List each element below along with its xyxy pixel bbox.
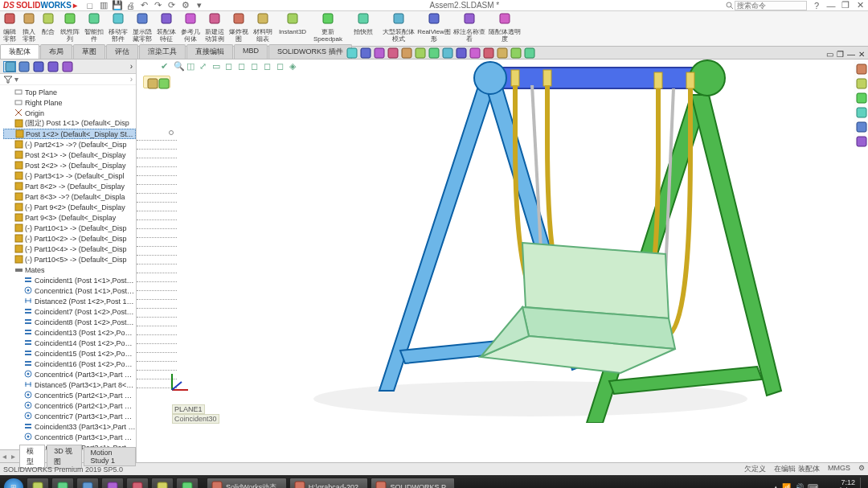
taskpane-camera-tab[interactable] bbox=[855, 135, 866, 146]
rollback-bar-handle[interactable] bbox=[169, 130, 174, 135]
tree-node[interactable]: Coincident16 (Post 1<2>,Post 2<2>) bbox=[3, 359, 136, 369]
home-icon[interactable] bbox=[158, 77, 167, 87]
tree-node[interactable]: (固定) Post 1<1> (Default<_Disp bbox=[3, 118, 136, 129]
cmd-tab-1[interactable]: 布局 bbox=[40, 44, 72, 59]
taskpane-dimxpert-tab[interactable] bbox=[855, 106, 866, 117]
help-button[interactable]: ? bbox=[812, 1, 821, 10]
tree-node[interactable]: Concentric6 (Part2<1>,Part 9<2>) bbox=[3, 400, 136, 411]
tree-node[interactable]: Coincident15 (Post 1<2>,Post 2<2>) bbox=[3, 348, 136, 359]
ribbon-instant3d-button[interactable]: Instant3D bbox=[275, 11, 310, 46]
logo-menu-icon[interactable]: ▸ bbox=[73, 1, 77, 10]
tree-node[interactable]: Top Plane bbox=[3, 87, 136, 97]
tree-node[interactable]: Part 8<3> ->? (Default<_Displa bbox=[3, 191, 136, 202]
cmd-tab-4[interactable]: 渲染工具 bbox=[139, 44, 186, 59]
show-desktop-button[interactable] bbox=[860, 478, 865, 488]
tree-node[interactable]: (-) Part10<5> -> (Default<_Disp bbox=[3, 254, 136, 265]
dim-mgr-tab[interactable] bbox=[47, 61, 59, 72]
config-mgr-tab[interactable] bbox=[32, 61, 45, 72]
tree-node[interactable]: Origin bbox=[3, 108, 136, 118]
ortho-icon[interactable]: ▭ bbox=[212, 61, 223, 72]
tray-vol-icon[interactable]: 🔊 bbox=[795, 483, 804, 488]
viewport-min-icon[interactable]: — bbox=[847, 50, 855, 59]
filter-dropdown-icon[interactable]: ▾ bbox=[14, 75, 18, 84]
open-button[interactable]: ▥ bbox=[99, 1, 108, 10]
taskpane-decal-tab[interactable] bbox=[855, 92, 866, 103]
tree-node[interactable]: Concentric4 (Part3<1>,Part 8<2>) bbox=[3, 369, 136, 379]
ribbon-smart-fastener-button[interactable]: 智能扣件 bbox=[82, 11, 106, 46]
cmd-tab-5[interactable]: 直接编辑 bbox=[186, 44, 233, 59]
ribbon-move-part-button[interactable]: 移动零部件 bbox=[106, 11, 130, 46]
back-icon[interactable]: ◻ bbox=[238, 61, 248, 72]
cmd-tab-3[interactable]: 评估 bbox=[106, 44, 138, 59]
tree-node[interactable]: Right Plane bbox=[3, 97, 136, 108]
feature-tree[interactable]: Top PlaneRight PlaneOrigin(固定) Post 1<1>… bbox=[0, 85, 136, 449]
dropdown-button[interactable]: ▾ bbox=[194, 1, 204, 10]
options-button[interactable]: ⚙ bbox=[181, 1, 190, 10]
ribbon-snapshot-button[interactable]: 拍快照 bbox=[346, 11, 381, 46]
close-button[interactable]: ✕ bbox=[855, 1, 865, 10]
tray-up-icon[interactable]: ▴ bbox=[774, 483, 778, 488]
ribbon-insert-part-button[interactable]: 插入零部件 bbox=[19, 11, 39, 46]
tabs-scroll-left-icon[interactable]: ◂ bbox=[0, 452, 9, 461]
viewport-restore-icon[interactable]: ❐ bbox=[837, 50, 844, 59]
taskpane-lights-tab[interactable] bbox=[855, 121, 866, 132]
approve-icon[interactable]: ✔ bbox=[161, 61, 171, 72]
orientation-triad[interactable] bbox=[169, 371, 191, 393]
tree-node[interactable]: Part 9<3> (Default<_Display bbox=[3, 212, 136, 223]
tree-node[interactable]: Concentric5 (Part2<1>,Part 8<2>) bbox=[3, 390, 136, 400]
ribbon-motion-study-button[interactable]: 新建运动算例 bbox=[203, 11, 227, 46]
tree-node[interactable]: Coincident8 (Post 1<2>,Post 2<1>) bbox=[3, 317, 136, 327]
ribbon-speedpak-button[interactable]: 更新Speedpak bbox=[310, 11, 346, 46]
viewport-collapse-icon[interactable]: ▭ bbox=[826, 50, 833, 59]
tree-node[interactable]: (-) Part 9<2> (Default<_Display bbox=[3, 202, 136, 212]
bottom-tab-2[interactable]: Motion Study 1 bbox=[84, 447, 136, 466]
print-button[interactable]: 🖨 bbox=[126, 1, 136, 10]
fit-icon[interactable]: ⤢ bbox=[199, 61, 210, 72]
section-icon[interactable]: ◫ bbox=[186, 61, 197, 72]
taskbar-screenshot-button[interactable] bbox=[126, 478, 149, 488]
display-mgr-tab[interactable] bbox=[61, 61, 74, 72]
taskbar-folder-button[interactable] bbox=[51, 478, 74, 488]
tree-node[interactable]: Part 8<2> -> (Default<_Display bbox=[3, 181, 136, 191]
graphics-viewport[interactable]: ✔🔍◫⤢▭◻◻◻◻◻◈ bbox=[137, 59, 868, 462]
tree-node[interactable]: Distance2 (Post 1<2>,Post 1<1>) bbox=[3, 296, 136, 306]
tree-node[interactable]: Concentric7 (Part3<1>,Part 9<2>) bbox=[3, 411, 136, 421]
tree-node[interactable]: Coincident7 (Post 1<2>,Post 2<1>) bbox=[3, 306, 136, 317]
tray-lang-icon[interactable]: ⌨ bbox=[808, 483, 818, 488]
tree-node[interactable]: Post 2<1> -> (Default<_Display bbox=[3, 150, 136, 160]
tree-node[interactable]: (-) Part10<2> -> (Default<_Disp bbox=[3, 233, 136, 244]
funnel-icon[interactable] bbox=[3, 76, 13, 84]
rebuild-button[interactable]: ⟳ bbox=[167, 1, 177, 10]
ribbon-realview-button[interactable]: RealView图形 bbox=[416, 11, 452, 46]
ribbon-bom-button[interactable]: 材料明细表 bbox=[251, 11, 275, 46]
undo-button[interactable]: ↶ bbox=[140, 1, 149, 10]
taskpane-scene-tab[interactable] bbox=[855, 77, 866, 88]
cmd-tab-2[interactable]: 草图 bbox=[73, 44, 105, 59]
taskbar-clock[interactable]: 7:12 2023/7/26 bbox=[823, 479, 855, 488]
taskbar-browser-button[interactable] bbox=[27, 478, 49, 488]
redo-button[interactable]: ↷ bbox=[154, 1, 163, 10]
taskpane-appearance-tab[interactable] bbox=[855, 63, 866, 74]
taskbar-window-button[interactable]: SOLIDWORKS P... bbox=[371, 478, 455, 488]
ribbon-edit-part-button[interactable]: 编辑零部件 bbox=[0, 11, 19, 46]
status-field-3[interactable]: ⚙ bbox=[858, 464, 865, 474]
new-button[interactable]: □ bbox=[85, 1, 95, 10]
viewport-close-icon[interactable]: ✕ bbox=[858, 50, 865, 59]
assy-root-icon[interactable] bbox=[146, 77, 156, 87]
cmd-tab-0[interactable]: 装配体 bbox=[0, 44, 39, 59]
command-search-input[interactable] bbox=[735, 1, 807, 10]
tree-node[interactable]: (-) Part3<1> -> (Default<_Displ bbox=[3, 170, 136, 181]
ribbon-ref-geom-button[interactable]: 参考几何体 bbox=[178, 11, 203, 46]
taskbar-window-button[interactable]: SolidWorks动态... bbox=[207, 478, 287, 488]
ribbon-show-hide-button[interactable]: 显示隐藏零部件 bbox=[130, 11, 154, 46]
panel-collapse-icon[interactable]: › bbox=[130, 75, 133, 84]
tree-node[interactable]: Coincident13 (Post 1<2>,Post 2<1>) bbox=[3, 327, 136, 338]
ribbon-mate-button[interactable]: 配合 bbox=[39, 11, 58, 46]
tree-node[interactable]: Coincident14 (Post 1<2>,Post 2<2>) bbox=[3, 338, 136, 348]
tree-node[interactable]: Distance5 (Part3<1>,Part 8<2>) bbox=[3, 379, 136, 390]
feature-tree-tab[interactable] bbox=[3, 61, 16, 72]
property-mgr-tab[interactable] bbox=[18, 61, 31, 72]
taskbar-explorer-button[interactable] bbox=[176, 478, 199, 488]
tray-net-icon[interactable]: 📶 bbox=[782, 483, 791, 488]
ribbon-transparency-button[interactable]: 随配体透明度 bbox=[487, 11, 522, 46]
